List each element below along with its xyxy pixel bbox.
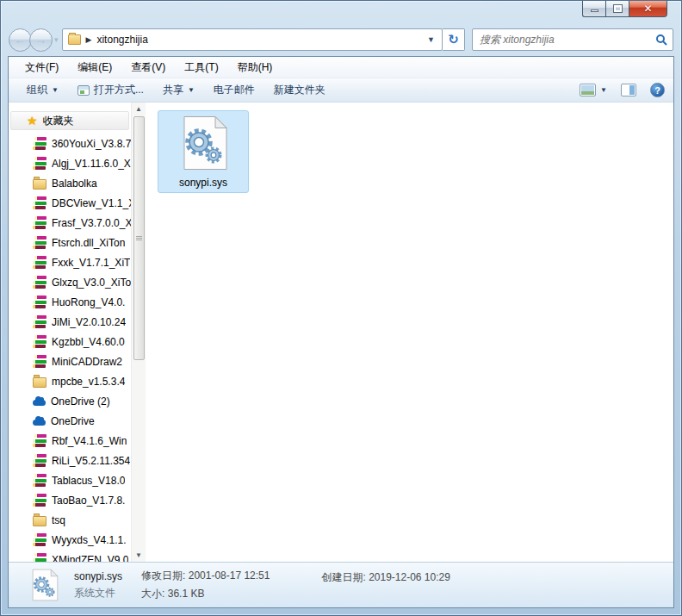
sidebar-item-tablacus-v18-0[interactable]: Tablacus_V18.0	[9, 470, 131, 490]
sidebar-item-taobao-v1-7-8-[interactable]: TaoBao_V1.7.8.	[9, 490, 131, 510]
breadcrumb-arrow-icon[interactable]: ▶	[86, 35, 92, 44]
sidebar-item-label: Algj_V1.11.6.0_X	[52, 158, 131, 170]
sidebar-item-wyyxds-v4-1-1-[interactable]: Wyyxds_V4.1.1.	[9, 530, 131, 550]
cloud-icon	[33, 400, 46, 406]
sidebar-item-label: Tablacus_V18.0	[52, 475, 125, 487]
sidebar-item-ftsrch-dll-xiton[interactable]: Ftsrch.dll_XiTon	[9, 233, 131, 252]
share-button[interactable]: 共享 ▼	[153, 81, 204, 100]
rar-icon	[33, 434, 46, 447]
maximize-button[interactable]	[605, 1, 629, 17]
client-area: 文件(F) 编辑(E) 查看(V) 工具(T) 帮助(H) 组织 ▼ 打开方式.…	[8, 56, 674, 608]
details-name-column: sonypi.sys 系统文件	[74, 569, 122, 601]
scroll-down-icon[interactable]: ▼	[132, 549, 146, 562]
sidebar-item-algj-v1-11-6-0-x[interactable]: Algj_V1.11.6.0_X	[9, 153, 131, 173]
email-button[interactable]: 电子邮件	[204, 81, 264, 100]
menu-file[interactable]: 文件(F)	[16, 57, 68, 78]
sidebar-item-frasf-v3-7-0-0-x[interactable]: Frasf_V3.7.0.0_X	[9, 213, 131, 233]
sidebar-item-rili-v5-2-11-354[interactable]: RiLi_V5.2.11.354	[9, 451, 131, 470]
sidebar-item-xmindzen-v9-0[interactable]: XMindZEN_V9.0	[9, 550, 131, 562]
change-view-icon[interactable]	[580, 84, 596, 96]
preview-pane-icon[interactable]	[621, 84, 636, 96]
sidebar-item-balabolka[interactable]: Balabolka	[9, 173, 131, 193]
file-list-area[interactable]: sonypi.sys	[146, 103, 673, 562]
back-button[interactable]: ←	[9, 28, 32, 52]
search-icon[interactable]	[655, 34, 667, 46]
minimize-button[interactable]	[582, 1, 605, 17]
sidebar-item-dbcview-v1-1-x[interactable]: DBCView_V1.1_X	[9, 193, 131, 213]
details-created-column: 创建日期: 2019-12-06 10:29	[321, 569, 450, 601]
back-arrow-icon: ←	[15, 33, 27, 47]
scrollbar-thumb[interactable]	[133, 116, 145, 360]
created-date-label: 创建日期:	[321, 571, 365, 583]
sidebar-item-label: Balabolka	[52, 177, 97, 190]
sidebar-item-mpcbe-v1-5-3-4[interactable]: mpcbe_v1.5.3.4	[9, 371, 131, 391]
maximize-icon	[614, 5, 622, 12]
share-label: 共享	[163, 83, 183, 97]
refresh-button[interactable]: ↻	[443, 28, 465, 51]
rar-icon	[33, 355, 46, 368]
views-chevron-icon[interactable]: ▼	[600, 86, 607, 94]
open-with-label: 打开方式...	[94, 83, 144, 97]
sidebar-item-huorong-v4-0-[interactable]: HuoRong_V4.0.	[9, 292, 131, 312]
sidebar-item-onedrive-2-[interactable]: OneDrive (2)	[9, 391, 131, 411]
breadcrumb[interactable]: xitongzhijia	[96, 34, 147, 46]
chevron-down-icon: ▼	[52, 86, 59, 94]
sys-file-gears-icon	[178, 115, 228, 171]
sidebar-item-label: Fxxk_V1.7.1_XiT	[52, 257, 130, 269]
new-folder-button[interactable]: 新建文件夹	[264, 81, 335, 100]
menu-help[interactable]: 帮助(H)	[228, 57, 282, 78]
file-item-sonypi[interactable]: sonypi.sys	[158, 110, 249, 193]
sidebar-item-360youxi-v3-8-7[interactable]: 360YouXi_V3.8.7	[9, 134, 131, 153]
sidebar-item-jimi-v2-0-10-24[interactable]: JiMi_V2.0.10.24	[9, 312, 131, 332]
sidebar-item-label: RiLi_V5.2.11.354	[52, 455, 130, 467]
sidebar-item-kgzbbl-v4-60-0[interactable]: Kgzbbl_V4.60.0	[9, 332, 131, 352]
search-box[interactable]	[472, 28, 673, 51]
address-dropdown-icon[interactable]: ▼	[424, 35, 438, 44]
caption-buttons: ✕	[582, 1, 667, 17]
menu-edit[interactable]: 编辑(E)	[68, 57, 121, 78]
menu-view[interactable]: 查看(V)	[121, 57, 175, 78]
sidebar-item-label: tsq	[52, 514, 65, 526]
sidebar-item-glxzq-v3-0-xito[interactable]: Glxzq_V3.0_XiTo	[9, 272, 131, 292]
sidebar-item-fxxk-v1-7-1-xit[interactable]: Fxxk_V1.7.1_XiT	[9, 252, 131, 272]
rar-icon	[33, 474, 46, 487]
sidebar-item-label: Kgzbbl_V4.60.0	[52, 336, 125, 348]
sidebar-scrollbar[interactable]: ▲ ▼	[131, 103, 146, 562]
sidebar-item-label: OneDrive	[51, 415, 95, 427]
forward-button[interactable]: →	[29, 28, 53, 52]
rar-icon	[33, 216, 46, 229]
sidebar-item-label: 360YouXi_V3.8.7	[52, 138, 131, 150]
sidebar-item-onedrive[interactable]: OneDrive	[9, 411, 131, 431]
search-input[interactable]	[478, 33, 655, 47]
scroll-up-icon[interactable]: ▲	[132, 103, 146, 115]
folder-icon	[33, 516, 46, 526]
folder-icon	[33, 377, 46, 388]
open-with-button[interactable]: 打开方式...	[68, 81, 153, 100]
details-dates-column: 修改日期: 2001-08-17 12:51 大小: 36.1 KB	[141, 569, 270, 601]
sidebar-item-label: mpcbe_v1.5.3.4	[52, 376, 125, 388]
address-bar[interactable]: ▶ xitongzhijia ▼	[62, 28, 443, 51]
rar-icon	[33, 315, 46, 328]
sidebar-item-rbf-v4-1-6-win[interactable]: Rbf_V4.1.6_Win	[9, 431, 131, 451]
sidebar-item-label: Glxzq_V3.0_XiTo	[52, 277, 131, 289]
close-button[interactable]: ✕	[629, 1, 667, 17]
sidebar-item-label: XMindZEN_V9.0	[52, 554, 128, 563]
organize-button[interactable]: 组织 ▼	[17, 81, 68, 100]
chevron-down-icon: ▼	[188, 86, 195, 94]
application-window-icon	[78, 85, 90, 96]
menu-tools[interactable]: 工具(T)	[175, 57, 227, 78]
menu-bar: 文件(F) 编辑(E) 查看(V) 工具(T) 帮助(H)	[9, 57, 673, 78]
folder-icon	[68, 34, 81, 45]
refresh-icon: ↻	[448, 32, 459, 47]
sidebar-item-tsq[interactable]: tsq	[9, 510, 131, 530]
size-label: 大小:	[141, 588, 164, 600]
help-icon[interactable]: ?	[650, 83, 665, 97]
cloud-icon	[33, 420, 46, 426]
rar-icon	[33, 236, 46, 249]
sidebar-item-minicaddraw2[interactable]: MiniCADDraw2	[9, 352, 131, 371]
favorites-header[interactable]: ★ 收藏夹	[10, 111, 129, 130]
rar-icon	[33, 494, 46, 507]
sidebar-item-label: Ftsrch.dll_XiTon	[52, 237, 125, 249]
content-area: ★ 收藏夹 360YouXi_V3.8.7Algj_V1.11.6.0_XBal…	[9, 103, 673, 562]
recent-pages-chevron-icon[interactable]: ▾	[54, 35, 59, 44]
